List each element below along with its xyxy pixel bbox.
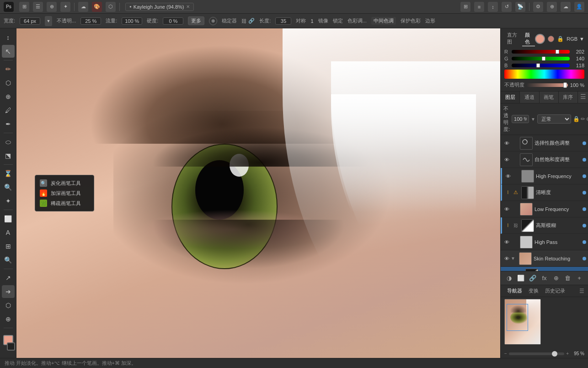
- layer-item-high-frequency[interactable]: 👁 High Frequency: [501, 168, 588, 184]
- heal-tool-btn[interactable]: ↗: [2, 271, 15, 284]
- text-tool-btn[interactable]: A: [2, 226, 15, 239]
- menu-icon-edit[interactable]: ☰: [33, 2, 43, 12]
- layer-item-selective-color[interactable]: 👁 选择性颜色调整: [501, 135, 588, 152]
- crop-tool-btn[interactable]: ⌛: [2, 167, 15, 180]
- g-slider[interactable]: [512, 57, 570, 60]
- broadcast-icon[interactable]: 📡: [515, 2, 525, 12]
- r-slider[interactable]: [512, 50, 570, 54]
- tab-navigator[interactable]: 导航器: [504, 287, 525, 295]
- menu-icon-color[interactable]: 🎨: [92, 2, 102, 12]
- add-adjustment-btn[interactable]: ◑: [504, 273, 514, 283]
- menu-icon-file[interactable]: ⊞: [19, 2, 29, 12]
- layer-item-high-pass[interactable]: 👁 High Pass: [501, 234, 588, 250]
- foreground-circle[interactable]: [535, 34, 545, 44]
- opacity-dropdown-btn[interactable]: ▼: [531, 117, 535, 122]
- link-layers-btn[interactable]: 🔗: [528, 273, 538, 283]
- layer-item-low-frequency[interactable]: 👁 Low Frequency: [501, 201, 588, 217]
- zoom-icon[interactable]: ↕: [488, 2, 498, 12]
- zoom-plus-icon[interactable]: +: [566, 351, 569, 356]
- layer-item-dodge[interactable]: 👁 ⛓ Dodge: [501, 267, 588, 271]
- delete-layer-btn[interactable]: 🗑: [563, 273, 573, 283]
- group-arrow-icon[interactable]: ▼: [511, 256, 517, 261]
- layer-item-clarity[interactable]: I ⚠ 清晰度: [501, 184, 588, 201]
- brush-tool-btn[interactable]: ✏: [2, 63, 15, 76]
- pen-tool-btn[interactable]: 🖊: [2, 104, 15, 117]
- pointer-tool-btn[interactable]: ↖: [2, 45, 15, 58]
- duplicate-layer-btn[interactable]: ⊕: [551, 273, 561, 283]
- magic-tool-btn[interactable]: ✦: [2, 195, 15, 207]
- layer-item-vibrance[interactable]: 👁 自然饱和度调整: [501, 152, 588, 168]
- canvas-area[interactable]: 🔍 炭化画笔工具 🔥 加深画笔工具 🌿 稀疏画笔工具: [16, 28, 500, 358]
- layer-3-visibility[interactable]: 👁: [504, 172, 512, 180]
- opacity-input[interactable]: [80, 17, 101, 25]
- tab-transform[interactable]: 变换: [526, 287, 541, 295]
- menu-icon-brush[interactable]: ☁: [78, 2, 88, 12]
- opacity-slider[interactable]: [526, 83, 568, 87]
- layer-5-visibility[interactable]: 👁: [502, 205, 511, 213]
- navigator-menu-btn[interactable]: ☰: [579, 288, 584, 294]
- b-slider[interactable]: [512, 64, 570, 67]
- tooltip-item-charcoal[interactable]: 🔍 炭化画笔工具: [40, 178, 89, 188]
- layer-opacity-input[interactable]: [512, 115, 529, 123]
- tab-library[interactable]: 库序: [559, 92, 578, 103]
- background-circle[interactable]: [548, 36, 554, 42]
- rotate-icon[interactable]: ↺: [502, 2, 512, 12]
- layer-6-chain[interactable]: ⛓: [512, 222, 519, 229]
- color-spectrum[interactable]: [504, 70, 584, 79]
- lock-position-icon[interactable]: ⊕: [586, 116, 588, 122]
- rect-tool-btn[interactable]: ⬔: [2, 149, 15, 162]
- layer-item-skin-retouching-group[interactable]: 👁 ▼ Skin Retouching: [501, 250, 588, 267]
- layer-styles-btn[interactable]: fx: [539, 273, 549, 283]
- more-btn[interactable]: 更多: [188, 16, 204, 25]
- move-tool-btn[interactable]: ↕: [2, 31, 15, 44]
- add-layer-btn[interactable]: +: [574, 273, 584, 283]
- navigator-view-rect[interactable]: [507, 304, 528, 331]
- add-tool-btn[interactable]: ⊕: [2, 90, 15, 103]
- stabilizer-circle-btn[interactable]: ⊕: [209, 17, 217, 25]
- ellipse-tool-btn[interactable]: ⬭: [2, 135, 15, 148]
- tab-layers[interactable]: 图层: [501, 92, 520, 103]
- layer-8-visibility[interactable]: 👁: [502, 254, 511, 263]
- tooltip-item-sparse[interactable]: 🌿 稀疏画笔工具: [40, 198, 89, 208]
- vector-tool-btn[interactable]: ✒: [2, 118, 15, 130]
- settings-icon[interactable]: ⚙: [533, 2, 543, 12]
- layer-item-gaussian-blur[interactable]: I ⛓ 高斯模糊: [501, 217, 588, 234]
- user-icon[interactable]: 👤: [574, 2, 584, 12]
- tab-brushes[interactable]: 画笔: [540, 92, 559, 103]
- blend-mode-select[interactable]: 正常 正片叠底 滤色 叠加: [537, 114, 571, 124]
- layer-2-visibility[interactable]: 👁: [502, 156, 511, 164]
- length-input[interactable]: [275, 17, 291, 25]
- zoom-tool-btn[interactable]: 🔍: [2, 181, 15, 194]
- plugin-icon[interactable]: ⊕: [547, 2, 557, 12]
- tab-color[interactable]: 颜色: [522, 31, 535, 46]
- lock-icon[interactable]: 🔒: [557, 36, 564, 42]
- shape-tool-btn[interactable]: ⬡: [2, 76, 15, 89]
- arrange-icon[interactable]: ≡: [474, 2, 484, 12]
- layers-panel-menu-btn[interactable]: ☰: [578, 92, 588, 102]
- menu-icon-shape[interactable]: ⬡: [106, 2, 116, 12]
- add-mask-btn[interactable]: ⬜: [516, 273, 526, 283]
- tab-channels[interactable]: 通道: [520, 92, 539, 103]
- dodge-burn-tool-btn[interactable]: ➜: [2, 285, 15, 298]
- width-unit-btn[interactable]: ▼: [45, 16, 52, 26]
- color-mode-selector[interactable]: RGB ▼: [567, 36, 584, 42]
- layer-1-visibility[interactable]: 👁: [502, 139, 511, 147]
- flow-input[interactable]: [122, 17, 142, 25]
- grid-tool-btn[interactable]: ⊞: [2, 240, 15, 253]
- cloud-icon[interactable]: ☁: [561, 2, 571, 12]
- background-color[interactable]: [7, 342, 15, 351]
- navigator-thumbnail[interactable]: [504, 299, 541, 345]
- tab-history[interactable]: 历史记录: [542, 287, 568, 295]
- erase-tool-btn[interactable]: ⊕: [2, 313, 15, 325]
- navigator-zoom-slider[interactable]: [509, 352, 564, 355]
- view-icon[interactable]: ⊞: [460, 2, 470, 12]
- clone-tool-btn[interactable]: ⬡: [2, 299, 15, 312]
- menu-icon-image[interactable]: ⊕: [47, 2, 57, 12]
- hardness-input[interactable]: [163, 17, 183, 25]
- layer-9-visibility[interactable]: 👁: [502, 271, 511, 271]
- width-input[interactable]: [20, 17, 40, 25]
- menu-icon-layer[interactable]: ✦: [60, 2, 70, 12]
- lock-transparency-icon[interactable]: 🔒: [573, 116, 580, 122]
- zoom-minus-icon[interactable]: −: [504, 351, 507, 356]
- document-title[interactable]: ● Kayleigh June (94.8%) ✕: [125, 3, 194, 11]
